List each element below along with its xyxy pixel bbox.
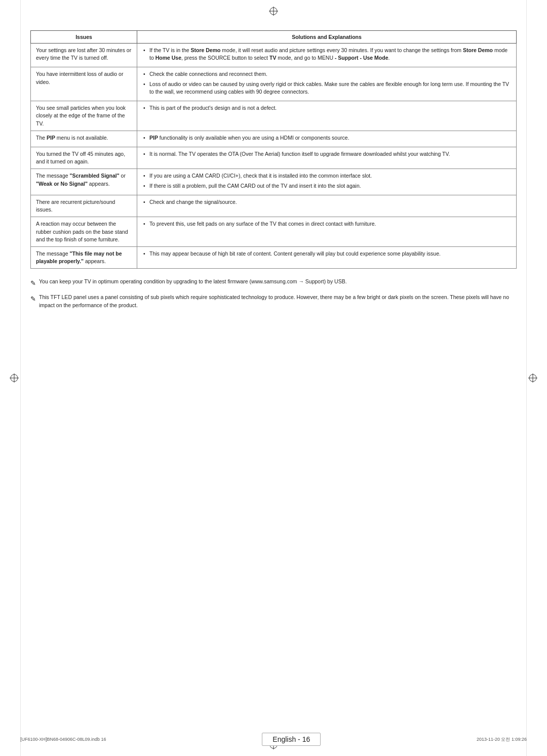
notes-section: ✎ You can keep your TV in optimum operat… [30,278,517,309]
solution-item: If you are using a CAM CARD (CI/CI+), ch… [142,172,511,180]
issue-text-5: You turned the TV off 45 minutes ago, an… [36,151,125,164]
footer-left-text: [UF6100-XH]BN68-04906C-08L09.indb 16 [20,737,106,742]
table-row: A reaction may occur between the rubber … [31,217,517,247]
note-line-1: ✎ You can keep your TV in optimum operat… [30,278,517,288]
table-row: The message "This file may not be playab… [31,246,517,268]
solution-item: Check and change the signal/source. [142,198,511,206]
issue-text-7: There are recurrent picture/sound issues… [36,199,115,213]
solution-item: This is part of the product's design and… [142,104,511,112]
page-container: Issues Solutions and Explanations Your s… [0,0,547,756]
table-header-issues: Issues [31,31,137,44]
note-icon-2: ✎ [30,294,36,304]
solution-item: Check the cable connections and reconnec… [142,70,511,78]
table-row: You have intermittent loss of audio or v… [31,67,517,101]
solution-cell-9: This may appear because of high bit rate… [137,246,517,268]
table-row: You see small particles when you look cl… [31,101,517,131]
issue-text-3: You see small particles when you look cl… [36,105,126,126]
note-text-1: You can keep your TV in optimum operatin… [39,278,517,286]
content-area: Issues Solutions and Explanations Your s… [30,30,517,309]
solution-item: To prevent this, use felt pads on any su… [142,220,511,228]
solution-cell-4: PIP functionality is only available when… [137,131,517,147]
solution-cell-5: It is normal. The TV operates the OTA (O… [137,147,517,169]
table-row: Your settings are lost after 30 minutes … [31,44,517,67]
table-row: The PIP menu is not available. PIP funct… [31,131,517,147]
issue-cell-2: You have intermittent loss of audio or v… [31,67,137,101]
solution-cell-2: Check the cable connections and reconnec… [137,67,517,101]
solution-item: PIP functionality is only available when… [142,134,511,142]
table-header-solutions: Solutions and Explanations [137,31,517,44]
issue-cell-4: The PIP menu is not available. [31,131,137,147]
issue-cell-5: You turned the TV off 45 minutes ago, an… [31,147,137,169]
note-icon-1: ✎ [30,278,36,288]
table-row: You turned the TV off 45 minutes ago, an… [31,147,517,169]
footer-right-text: 2013-11-20 오전 1:09:26 [477,736,527,743]
solution-cell-8: To prevent this, use felt pads on any su… [137,217,517,247]
solution-cell-3: This is part of the product's design and… [137,101,517,131]
solution-cell-7: Check and change the signal/source. [137,195,517,217]
issue-cell-6: The message "Scrambled Signal" or "Weak … [31,169,137,195]
issue-text-2: You have intermittent loss of audio or v… [36,71,123,85]
solution-cell-6: If you are using a CAM CARD (CI/CI+), ch… [137,169,517,195]
note-line-2: ✎ This TFT LED panel uses a panel consis… [30,293,517,310]
table-row: There are recurrent picture/sound issues… [31,195,517,217]
page-footer: [UF6100-XH]BN68-04906C-08L09.indb 16 Eng… [0,733,547,746]
solution-item: If there is still a problem, pull the CA… [142,182,511,190]
issue-cell-7: There are recurrent picture/sound issues… [31,195,137,217]
issue-cell-8: A reaction may occur between the rubber … [31,217,137,247]
solution-item: This may appear because of high bit rate… [142,250,511,258]
solution-cell-1: If the TV is in the Store Demo mode, it … [137,44,517,67]
issue-text-8: A reaction may occur between the rubber … [36,221,128,242]
solution-item: Loss of audio or video can be caused by … [142,80,511,96]
issue-cell-1: Your settings are lost after 30 minutes … [31,44,137,67]
solution-item: It is normal. The TV operates the OTA (O… [142,150,511,158]
issue-cell-3: You see small particles when you look cl… [31,101,137,131]
page-number-box: English - 16 [262,733,321,746]
table-row: The message "Scrambled Signal" or "Weak … [31,169,517,195]
note-text-2: This TFT LED panel uses a panel consisti… [39,293,517,310]
issue-text-9: The message "This file may not be playab… [36,250,122,264]
issue-cell-9: The message "This file may not be playab… [31,246,137,268]
issue-text-1: Your settings are lost after 30 minutes … [36,47,131,61]
solution-item: If the TV is in the Store Demo mode, it … [142,47,511,62]
issue-text-6: The message "Scrambled Signal" or "Weak … [36,173,126,186]
issue-text-4: The PIP menu is not available. [36,135,108,141]
troubleshoot-table: Issues Solutions and Explanations Your s… [30,30,517,269]
